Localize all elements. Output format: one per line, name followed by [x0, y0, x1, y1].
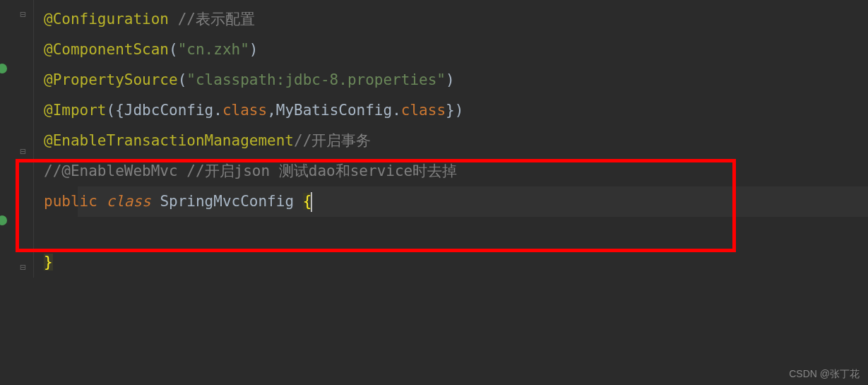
code-token: class — [222, 102, 267, 119]
code-token: ) — [446, 71, 455, 88]
code-token: "classpath:jdbc-8.properties" — [186, 71, 446, 88]
code-line[interactable]: @Import({JdbcConfig.class,MyBatisConfig.… — [44, 95, 868, 126]
text-cursor — [311, 192, 312, 212]
code-line[interactable]: @PropertySource("classpath:jdbc-8.proper… — [44, 65, 868, 95]
fold-icon[interactable]: ⊟ — [20, 146, 25, 157]
code-line[interactable]: //@EnableWebMvc //开启json 测试dao和service时去… — [44, 156, 868, 186]
code-token: public — [44, 193, 107, 210]
code-line[interactable]: public class SpringMvcConfig { — [44, 186, 868, 217]
code-token: class — [401, 102, 446, 119]
code-token: ) — [249, 41, 258, 58]
code-token: @Configuration — [44, 11, 169, 28]
code-token: class — [107, 193, 160, 210]
code-token — [169, 11, 178, 28]
gutter-marker-icon[interactable] — [0, 215, 7, 225]
code-token: ({ — [107, 102, 124, 119]
code-token: . — [213, 102, 222, 119]
gutter: ⊟ ⊟ ⊟ — [0, 0, 34, 278]
code-token: JdbcConfig — [124, 102, 213, 119]
code-token: } — [44, 254, 53, 271]
code-token: . — [392, 102, 401, 119]
code-token: //开启事务 — [294, 132, 371, 149]
code-token: ( — [169, 41, 178, 58]
code-editor[interactable]: ⊟ ⊟ ⊟ @Configuration //表示配置@ComponentSca… — [0, 0, 868, 278]
code-area[interactable]: @Configuration //表示配置@ComponentScan("cn.… — [0, 4, 868, 278]
fold-icon[interactable]: ⊟ — [20, 8, 25, 20]
code-line[interactable] — [44, 217, 868, 247]
code-token: //表示配置 — [178, 11, 255, 28]
code-line[interactable]: @EnableTransactionManagement//开启事务 — [44, 126, 868, 156]
code-token: SpringMvcConfig — [160, 193, 302, 210]
code-token: @PropertySource — [44, 71, 178, 88]
code-token: }) — [446, 102, 463, 119]
code-token: , — [267, 102, 276, 119]
gutter-marker-icon[interactable] — [0, 64, 7, 73]
code-token: @ComponentScan — [44, 41, 169, 58]
code-line[interactable]: } — [44, 247, 868, 278]
code-token: MyBatisConfig — [276, 102, 392, 119]
code-line[interactable]: @Configuration //表示配置 — [44, 4, 868, 35]
code-token: //@EnableWebMvc //开启json 测试dao和service时去… — [44, 162, 457, 179]
code-token: @EnableTransactionManagement — [44, 132, 294, 149]
code-line[interactable]: @ComponentScan("cn.zxh") — [44, 35, 868, 65]
code-token: "cn.zxh" — [178, 41, 249, 58]
code-token: @Import — [44, 102, 107, 119]
watermark: CSDN @张丁花 — [789, 368, 860, 381]
code-token: ( — [178, 71, 187, 88]
fold-icon[interactable]: ⊟ — [20, 261, 25, 273]
